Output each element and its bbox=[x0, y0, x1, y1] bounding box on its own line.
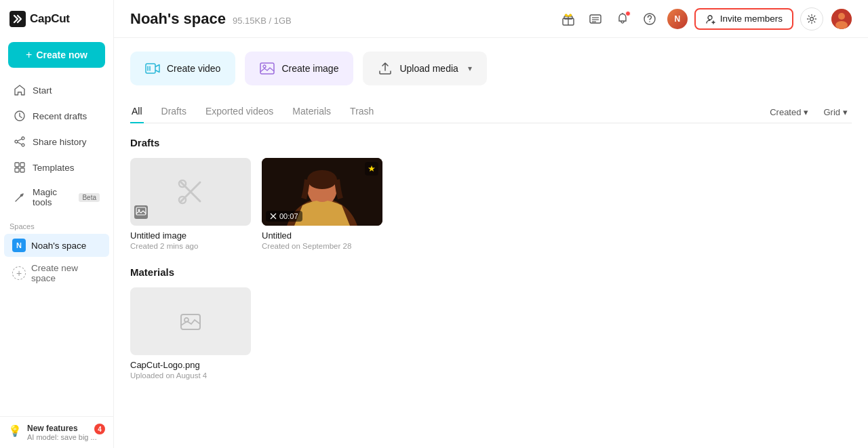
sort-chevron-icon: ▾ bbox=[804, 107, 808, 117]
sidebar-item-magic[interactable]: Magic tools Beta bbox=[4, 181, 109, 213]
svg-point-30 bbox=[263, 65, 266, 68]
sidebar-item-start[interactable]: Start bbox=[4, 78, 109, 102]
share-icon bbox=[14, 136, 26, 148]
tab-trash[interactable]: Trash bbox=[349, 100, 375, 123]
tab-drafts[interactable]: Drafts bbox=[160, 100, 188, 123]
app-name: CapCut bbox=[30, 12, 70, 26]
gift-icon[interactable] bbox=[559, 9, 578, 28]
draft-label-1: Untitled bbox=[262, 230, 382, 241]
capcut-logo-icon bbox=[9, 11, 26, 27]
material-thumb-0 bbox=[130, 287, 251, 355]
scissors-small-icon bbox=[270, 213, 277, 220]
magic-label: Magic tools bbox=[33, 187, 71, 207]
svg-point-21 bbox=[708, 16, 712, 20]
invite-members-button[interactable]: Invite members bbox=[694, 8, 793, 30]
create-image-label: Create image bbox=[281, 63, 338, 74]
create-now-button[interactable]: + Create now bbox=[8, 42, 105, 68]
home-icon bbox=[14, 84, 26, 96]
gear-icon bbox=[806, 14, 817, 24]
space-title-area: Noah's space 95.15KB / 1GB bbox=[130, 10, 292, 28]
new-features-area[interactable]: 💡 New features AI model: save big ... 4 bbox=[8, 424, 105, 441]
svg-point-22 bbox=[810, 17, 814, 20]
share-label: Share history bbox=[33, 137, 87, 147]
create-video-card[interactable]: Create video bbox=[130, 52, 235, 85]
header-icons: N Invite members bbox=[559, 7, 852, 30]
scissors-placeholder-icon bbox=[176, 177, 205, 207]
clock-icon bbox=[14, 110, 26, 122]
recent-label: Recent drafts bbox=[33, 111, 87, 121]
create-space-label: Create new space bbox=[31, 263, 101, 283]
new-features-title: New features bbox=[27, 424, 97, 433]
view-button[interactable]: Grid ▾ bbox=[819, 104, 852, 120]
settings-button[interactable] bbox=[800, 7, 823, 30]
content-tabs: All Drafts Exported videos Materials Tra… bbox=[130, 100, 375, 123]
material-label-0: CapCut-Logo.png bbox=[130, 360, 251, 370]
materials-grid: CapCut-Logo.png Uploaded on August 4 bbox=[130, 287, 852, 380]
svg-point-35 bbox=[138, 209, 140, 211]
sidebar-item-share[interactable]: Share history bbox=[4, 129, 109, 154]
upload-icon bbox=[378, 61, 393, 76]
svg-rect-29 bbox=[260, 63, 274, 74]
tab-materials[interactable]: Materials bbox=[291, 100, 332, 123]
list-icon[interactable] bbox=[586, 9, 605, 28]
material-item-capcut-logo[interactable]: CapCut-Logo.png Uploaded on August 4 bbox=[130, 287, 251, 380]
draft-thumb-image bbox=[130, 158, 251, 226]
sort-label: Created bbox=[770, 107, 801, 117]
svg-point-2 bbox=[22, 137, 24, 140]
svg-point-40 bbox=[307, 170, 337, 189]
plus-space-icon: + bbox=[12, 266, 26, 280]
notification-icon[interactable] bbox=[613, 9, 632, 28]
wand-icon bbox=[14, 191, 26, 203]
notification-badge-wrap: 4 bbox=[94, 424, 105, 434]
create-new-space-button[interactable]: + Create new space bbox=[4, 258, 109, 288]
plus-icon: + bbox=[26, 49, 32, 61]
member-avatar: N bbox=[667, 9, 688, 29]
new-features-sub: AI model: save big ... bbox=[27, 433, 97, 441]
content-controls: Created ▾ Grid ▾ bbox=[766, 104, 852, 120]
sort-button[interactable]: Created ▾ bbox=[766, 104, 812, 120]
help-icon[interactable] bbox=[640, 9, 659, 28]
svg-rect-9 bbox=[15, 168, 19, 172]
svg-rect-10 bbox=[20, 168, 24, 172]
upload-media-card[interactable]: Upload media ▾ bbox=[363, 52, 486, 85]
sidebar-item-recent[interactable]: Recent drafts bbox=[4, 104, 109, 128]
svg-rect-26 bbox=[146, 64, 155, 73]
space-name-label: Noah's space bbox=[31, 241, 86, 251]
main-content: Noah's space 95.15KB / 1GB bbox=[114, 0, 868, 448]
templates-icon bbox=[14, 161, 26, 174]
sidebar-item-noahs-space[interactable]: N Noah's space bbox=[4, 234, 109, 257]
start-label: Start bbox=[33, 85, 52, 96]
svg-point-24 bbox=[838, 13, 845, 20]
sidebar-item-templates[interactable]: Templates bbox=[4, 155, 109, 180]
tab-exported[interactable]: Exported videos bbox=[204, 100, 275, 123]
topbar-actions: N Invite members bbox=[667, 7, 823, 30]
notification-count-badge: 4 bbox=[94, 424, 105, 434]
create-video-label: Create video bbox=[167, 63, 220, 74]
svg-line-5 bbox=[18, 139, 22, 141]
tab-all[interactable]: All bbox=[130, 100, 144, 123]
svg-point-25 bbox=[835, 21, 848, 29]
view-label: Grid bbox=[823, 107, 840, 117]
upload-inner: Upload media ▾ bbox=[378, 61, 471, 76]
logo-area: CapCut bbox=[0, 0, 113, 38]
spaces-section-label: Spaces bbox=[0, 214, 113, 233]
draft-item-untitled-video[interactable]: 00:07 Untitled Created on September 28 bbox=[262, 158, 382, 250]
sidebar: CapCut + Create now Start Recent drafts … bbox=[0, 0, 114, 448]
user-avatar-img bbox=[831, 9, 852, 29]
user-avatar[interactable] bbox=[831, 9, 852, 29]
upload-media-label: Upload media bbox=[399, 63, 458, 74]
page-title: Noah's space bbox=[130, 10, 226, 28]
tabs-row: All Drafts Exported videos Materials Tra… bbox=[130, 100, 852, 123]
material-sub-0: Uploaded on August 4 bbox=[130, 371, 251, 380]
space-avatar: N bbox=[12, 239, 26, 252]
beta-badge: Beta bbox=[79, 193, 100, 202]
draft-item-untitled-image[interactable]: Untitled image Created 2 mins ago bbox=[130, 158, 251, 250]
capcut-logo: CapCut bbox=[9, 11, 70, 27]
thumb-options bbox=[365, 162, 378, 176]
create-image-card[interactable]: Create image bbox=[245, 52, 353, 85]
create-now-label: Create now bbox=[36, 49, 87, 60]
view-chevron-icon: ▾ bbox=[843, 107, 848, 117]
image-type-icon bbox=[134, 205, 148, 222]
svg-point-11 bbox=[23, 194, 24, 195]
storage-info: 95.15KB / 1GB bbox=[233, 16, 292, 26]
